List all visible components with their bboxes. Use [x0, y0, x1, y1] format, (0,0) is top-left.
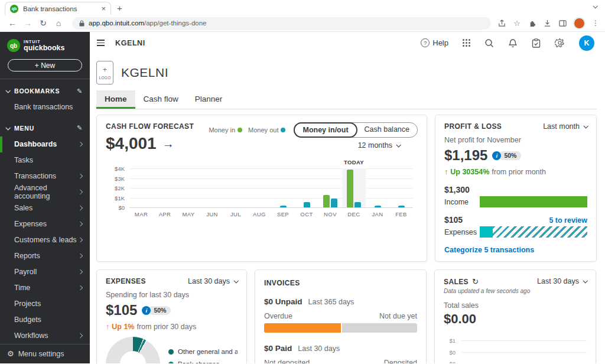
topbar-company-name: KGELNI: [115, 39, 145, 47]
money-in-bar: [347, 170, 353, 207]
sidebar-item-payroll[interactable]: Payroll: [0, 264, 90, 280]
sidebar-item-dashboards[interactable]: Dashboards: [0, 136, 90, 152]
forward-icon[interactable]: →: [21, 18, 34, 28]
download-icon[interactable]: [544, 20, 551, 27]
x-axis-label: OCT: [295, 211, 318, 217]
side-panel-icon[interactable]: [559, 20, 567, 27]
company-logo-upload[interactable]: + LOGO: [96, 61, 113, 84]
pl-categorize-link[interactable]: Categorize 5 transactions: [444, 246, 587, 254]
sidebar-item-expenses[interactable]: Expenses: [0, 216, 90, 232]
settings-gear-icon[interactable]: [555, 38, 565, 48]
new-tab-button[interactable]: +: [117, 3, 122, 13]
sidebar-item-workflows[interactable]: Workflows: [0, 328, 90, 344]
sidebar-item-time[interactable]: Time: [0, 280, 90, 296]
sidebar-item-budgets[interactable]: Budgets: [0, 312, 90, 328]
toggle-cash-balance[interactable]: Cash balance: [357, 123, 417, 137]
edit-menu-pencil-icon[interactable]: ✎: [77, 124, 83, 132]
sidebar-item-advanced-accounting[interactable]: Advanced accounting: [0, 184, 90, 200]
search-icon[interactable]: [484, 38, 494, 48]
tab-home[interactable]: Home: [96, 90, 135, 109]
home-icon[interactable]: ⌂: [52, 18, 65, 28]
legend-dot: [281, 128, 285, 132]
expenses-range-dropdown[interactable]: Last 30 days: [188, 277, 238, 285]
chart-column-oct: [295, 168, 318, 207]
toggle-money-in-out[interactable]: Money in/out: [294, 122, 357, 138]
bookmarks-header[interactable]: BOOKMARKS ✎: [0, 83, 90, 99]
sidebar-item-label: Advanced accounting: [14, 184, 79, 200]
sidebar-item-reports[interactable]: Reports: [0, 248, 90, 264]
expenses-confidence-badge[interactable]: i 50%: [142, 306, 171, 315]
x-axis-label: FEB: [389, 211, 413, 217]
cashflow-range-value: 12 months: [358, 141, 392, 150]
sidebar-item-label: Payroll: [14, 268, 37, 276]
cashflow-range-dropdown[interactable]: 12 months: [358, 141, 400, 150]
chevron-down-icon: [5, 125, 10, 130]
refresh-icon[interactable]: ↻: [472, 277, 479, 286]
browser-menu-icon[interactable]: ⋮: [592, 19, 599, 27]
pl-review-link[interactable]: 5 to review: [549, 216, 587, 225]
url-bar[interactable]: app.qbo.intuit.com/app/get-things-done: [72, 17, 491, 30]
chart-column-aug: [248, 168, 271, 207]
user-avatar[interactable]: K: [579, 35, 594, 51]
tab-close-icon[interactable]: ×: [101, 4, 106, 13]
sales-range-dropdown[interactable]: Last 30 days: [537, 277, 587, 285]
legend-label: Other general and administrative ...: [178, 348, 238, 355]
apps-grid-icon[interactable]: [463, 39, 470, 47]
legend-dot: [238, 128, 242, 132]
expenses-bar-solid: [480, 226, 493, 238]
sidebar-item-label: Sales: [14, 204, 32, 212]
money-in-bar: [323, 195, 330, 207]
cashflow-detail-arrow-icon[interactable]: →: [162, 137, 174, 151]
legend-label: Bank charges: [178, 360, 219, 363]
pl-confidence-badge[interactable]: i 50%: [492, 151, 521, 160]
x-axis-label: JAN: [366, 211, 389, 217]
tab-planner[interactable]: Planner: [187, 90, 231, 109]
tasks-clipboard-icon[interactable]: [532, 38, 541, 48]
sidebar-item-bank-transactions[interactable]: Bank transactions: [0, 99, 90, 114]
sidebar-item-label: Bank transactions: [14, 103, 73, 111]
info-icon: i: [142, 306, 151, 315]
sidebar-item-transactions[interactable]: Transactions: [0, 168, 90, 184]
money-out-bar: [280, 206, 287, 207]
browser-profile-avatar[interactable]: [574, 18, 584, 28]
expenses-trend-value: Up 1%: [112, 323, 134, 331]
x-axis-label: NOV: [318, 211, 342, 217]
sidebar-item-projects[interactable]: Projects: [0, 296, 90, 312]
sidebar-item-tasks[interactable]: Tasks: [0, 152, 90, 168]
collapse-sidebar-icon[interactable]: [97, 40, 105, 46]
not-deposited-label: Not deposited: [264, 359, 310, 363]
unpaid-bar[interactable]: [264, 323, 417, 333]
pl-range-dropdown[interactable]: Last month: [543, 122, 587, 131]
bookmark-star-icon[interactable]: ☆: [513, 19, 521, 28]
dashboard-content: + LOGO KGELNI Home Cash flow Planner CAS…: [90, 54, 605, 363]
y-axis-label: $2K: [107, 185, 125, 191]
pl-trend-value: Up 30354%: [450, 168, 489, 176]
brand-intuit: INTUIT: [24, 40, 64, 44]
menu-settings-button[interactable]: ⚙ Menu settings: [0, 344, 90, 363]
tab-cash-flow[interactable]: Cash flow: [135, 90, 187, 109]
tab-search-chevron-icon[interactable]: [593, 4, 597, 8]
invoices-card: INVOICES $0 Unpaid Last 365 days Overdue…: [255, 269, 427, 363]
edit-bookmarks-pencil-icon[interactable]: ✎: [77, 87, 83, 95]
extensions-puzzle-icon[interactable]: [528, 20, 536, 27]
sidebar-item-sales[interactable]: Sales: [0, 200, 90, 216]
reload-icon[interactable]: ↻: [37, 18, 50, 28]
menu-header[interactable]: MENU ✎: [0, 120, 90, 136]
expenses-trend-rest: from prior 30 days: [136, 323, 196, 331]
invoices-unpaid-amount: $0 Unpaid: [264, 297, 302, 306]
toolbar-icons: ☆ ⋮: [498, 18, 599, 28]
help-question-icon: ?: [421, 38, 430, 47]
sidebar-item-label: Expenses: [14, 220, 47, 228]
new-button[interactable]: + New: [8, 59, 82, 72]
back-icon[interactable]: ←: [6, 18, 19, 28]
pl-subtitle: Net profit for November: [444, 136, 587, 144]
browser-tab[interactable]: qb Bank transactions ×: [5, 2, 111, 15]
notifications-bell-icon[interactable]: [508, 38, 518, 48]
url-path: /app/get-things-done: [144, 20, 207, 27]
sidebar-item-customers-leads[interactable]: Customers & leads: [0, 232, 90, 248]
help-button[interactable]: ? Help: [421, 38, 448, 47]
y-axis-label: $3K: [107, 175, 125, 181]
sidebar-item-label: Projects: [14, 300, 41, 308]
share-icon[interactable]: [498, 20, 506, 27]
qb-logo-icon: qb: [7, 39, 20, 52]
